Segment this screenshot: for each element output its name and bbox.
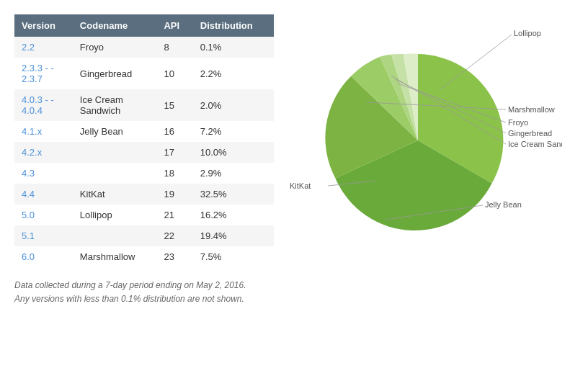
table-row: 2.3.3 - -2.3.7Gingerbread102.2% [14, 58, 274, 89]
cell-version[interactable]: 4.3 [14, 163, 73, 184]
table-row: 4.1.xJelly Bean167.2% [14, 121, 274, 142]
table-row: 2.2Froyo80.1% [14, 37, 274, 58]
cell-distribution: 0.1% [193, 37, 274, 58]
label-kitkat: KitKat [290, 181, 311, 190]
table-row: 4.4KitKat1932.5% [14, 184, 274, 205]
cell-api: 23 [156, 246, 192, 267]
col-codename: Codename [73, 14, 157, 37]
footnote-line2: Any versions with less than 0.1% distrib… [14, 292, 274, 306]
main-container: Version Codename API Distribution 2.2Fro… [14, 14, 574, 306]
label-froyo: Froyo [508, 118, 528, 127]
cell-version[interactable]: 5.0 [14, 205, 73, 225]
pie-chart: Lollipop KitKat Jelly Bean Marshmallow F… [288, 22, 562, 252]
cell-version[interactable]: 4.4 [14, 184, 73, 205]
cell-codename: Jelly Bean [73, 121, 157, 142]
cell-version[interactable]: 5.1 [14, 225, 73, 246]
table-row: 4.2.x1710.0% [14, 142, 274, 163]
cell-version[interactable]: 4.1.x [14, 121, 73, 142]
cell-codename: Marshmallow [73, 246, 157, 267]
table-row: 5.0Lollipop2116.2% [14, 205, 274, 225]
cell-api: 16 [156, 121, 192, 142]
cell-distribution: 7.2% [193, 121, 274, 142]
cell-api: 19 [156, 184, 192, 205]
cell-codename [73, 225, 157, 246]
cell-version[interactable]: 6.0 [14, 246, 73, 267]
cell-api: 8 [156, 37, 192, 58]
chart-container: Lollipop KitKat Jelly Bean Marshmallow F… [288, 22, 562, 252]
cell-api: 22 [156, 225, 192, 246]
label-ics: Ice Cream Sandwich [508, 140, 562, 148]
cell-api: 21 [156, 205, 192, 225]
cell-api: 17 [156, 142, 192, 163]
cell-codename [73, 142, 157, 163]
table-row: 5.12219.4% [14, 225, 274, 246]
distribution-table: Version Codename API Distribution 2.2Fro… [14, 14, 274, 267]
cell-codename: Froyo [73, 37, 157, 58]
table-row: 6.0Marshmallow237.5% [14, 246, 274, 267]
table-row: 4.0.3 - -4.0.4Ice CreamSandwich152.0% [14, 89, 274, 121]
cell-distribution: 2.9% [193, 163, 274, 184]
table-header-row: Version Codename API Distribution [14, 14, 274, 37]
col-distribution: Distribution [193, 14, 274, 37]
cell-version[interactable]: 4.2.x [14, 142, 73, 163]
cell-version[interactable]: 4.0.3 - -4.0.4 [14, 89, 73, 121]
cell-api: 18 [156, 163, 192, 184]
chart-section: Lollipop KitKat Jelly Bean Marshmallow F… [288, 14, 574, 252]
label-jellybean: Jelly Bean [485, 200, 522, 209]
cell-distribution: 10.0% [193, 142, 274, 163]
cell-distribution: 16.2% [193, 205, 274, 225]
cell-version[interactable]: 2.3.3 - -2.3.7 [14, 58, 73, 89]
label-gingerbread: Gingerbread [508, 129, 552, 138]
cell-version[interactable]: 2.2 [14, 37, 73, 58]
label-lollipop: Lollipop [514, 29, 541, 37]
cell-codename: KitKat [73, 184, 157, 205]
cell-distribution: 2.0% [193, 89, 274, 121]
table-section: Version Codename API Distribution 2.2Fro… [14, 14, 274, 306]
footnote: Data collected during a 7-day period end… [14, 279, 274, 306]
col-api: API [156, 14, 192, 37]
cell-codename: Gingerbread [73, 58, 157, 89]
table-row: 4.3182.9% [14, 163, 274, 184]
cell-codename: Lollipop [73, 205, 157, 225]
cell-distribution: 32.5% [193, 184, 274, 205]
cell-distribution: 7.5% [193, 246, 274, 267]
cell-api: 10 [156, 58, 192, 89]
cell-distribution: 19.4% [193, 225, 274, 246]
cell-codename [73, 163, 157, 184]
cell-codename: Ice CreamSandwich [73, 89, 157, 121]
footnote-line1: Data collected during a 7-day period end… [14, 279, 274, 292]
col-version: Version [14, 14, 73, 37]
cell-distribution: 2.2% [193, 58, 274, 89]
label-marshmallow: Marshmallow [508, 105, 555, 114]
cell-api: 15 [156, 89, 192, 121]
